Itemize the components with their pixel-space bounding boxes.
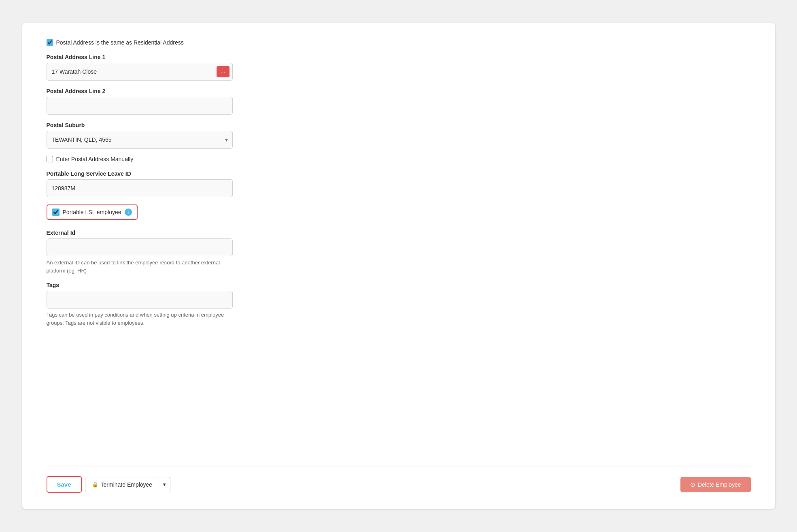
- postal-line1-label: Postal Address Line 1: [47, 54, 751, 60]
- main-card: Postal Address is the same as Residentia…: [22, 23, 775, 509]
- portable-lsl-employee-label[interactable]: Portable LSL employee: [63, 209, 121, 215]
- lock-icon: 🔒: [92, 481, 98, 487]
- portable-lsl-info-icon[interactable]: i: [125, 209, 132, 216]
- terminate-label: Terminate Employee: [101, 481, 153, 488]
- postal-same-checkbox[interactable]: [47, 39, 53, 46]
- tags-help-text: Tags can be used in pay conditions and w…: [47, 311, 233, 327]
- postal-suburb-label: Postal Suburb: [47, 122, 751, 128]
- postal-same-checkbox-row: Postal Address is the same as Residentia…: [47, 39, 751, 46]
- no-entry-icon: ⊘: [690, 481, 695, 488]
- external-id-label: External Id: [47, 230, 751, 236]
- postal-line1-input-wrapper: ···: [47, 63, 233, 81]
- tags-label: Tags: [47, 282, 751, 288]
- enter-postal-manually-checkbox[interactable]: [47, 156, 53, 162]
- postal-same-label[interactable]: Postal Address is the same as Residentia…: [56, 39, 184, 46]
- postal-line2-label: Postal Address Line 2: [47, 88, 751, 94]
- footer-bar: Save 🔒 Terminate Employee ▾ ⊘ Delete Emp…: [47, 466, 751, 493]
- tags-input[interactable]: [47, 291, 233, 309]
- external-id-help-text: An external ID can be used to link the e…: [47, 259, 233, 275]
- postal-line1-input[interactable]: [47, 63, 233, 81]
- portable-lsl-employee-wrapper: Portable LSL employee i: [47, 204, 138, 220]
- terminate-employee-button[interactable]: 🔒 Terminate Employee: [85, 477, 159, 492]
- external-id-input[interactable]: [47, 238, 233, 256]
- portable-lsl-id-input[interactable]: [47, 179, 233, 197]
- postal-line1-action-button[interactable]: ···: [217, 66, 230, 77]
- terminate-group: 🔒 Terminate Employee ▾: [85, 477, 171, 492]
- enter-postal-manually-label[interactable]: Enter Postal Address Manually: [56, 156, 134, 162]
- chevron-down-icon: ▾: [163, 481, 166, 487]
- postal-suburb-row: Postal Suburb TEWANTIN, QLD, 4565 ▾: [47, 122, 751, 149]
- postal-line1-row: Postal Address Line 1 ···: [47, 54, 751, 81]
- postal-line2-input[interactable]: [47, 97, 233, 115]
- postal-line2-row: Postal Address Line 2: [47, 88, 751, 115]
- enter-postal-manually-row: Enter Postal Address Manually: [47, 156, 751, 162]
- terminate-dropdown-button[interactable]: ▾: [159, 477, 170, 492]
- portable-lsl-id-row: Portable Long Service Leave ID: [47, 170, 751, 197]
- delete-label: Delete Employee: [698, 481, 741, 488]
- postal-suburb-select[interactable]: TEWANTIN, QLD, 4565: [47, 131, 233, 149]
- postal-suburb-select-wrapper: TEWANTIN, QLD, 4565 ▾: [47, 131, 233, 149]
- save-button[interactable]: Save: [47, 476, 82, 493]
- tags-row: Tags Tags can be used in pay conditions …: [47, 282, 751, 327]
- dots-icon: ···: [221, 68, 225, 75]
- footer-left: Save 🔒 Terminate Employee ▾: [47, 476, 171, 493]
- form-content: Postal Address is the same as Residentia…: [47, 39, 751, 466]
- external-id-row: External Id An external ID can be used t…: [47, 230, 751, 275]
- portable-lsl-id-label: Portable Long Service Leave ID: [47, 170, 751, 177]
- delete-employee-button[interactable]: ⊘ Delete Employee: [680, 477, 751, 492]
- portable-lsl-employee-checkbox[interactable]: [52, 209, 60, 216]
